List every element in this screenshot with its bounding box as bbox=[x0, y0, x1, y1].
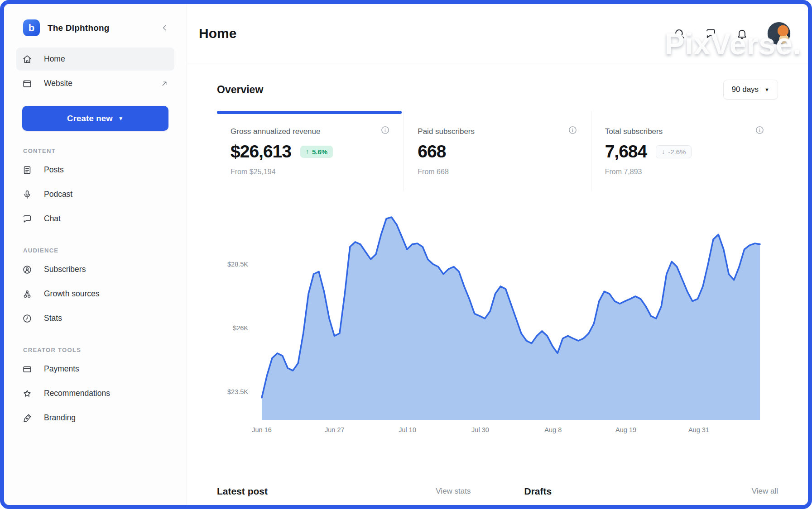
date-range-value: 90 days bbox=[732, 85, 759, 94]
main-content: PixVerse. Home Overview 90 days ▼ bbox=[187, 4, 808, 505]
sidebar-item-label: Payments bbox=[44, 364, 79, 374]
create-new-button[interactable]: Create new ▼ bbox=[22, 106, 168, 131]
header-icons bbox=[673, 22, 791, 45]
trend-badge-down: ↓ -2.6% bbox=[656, 145, 692, 158]
sidebar-item-chat[interactable]: Chat bbox=[16, 207, 174, 230]
info-icon[interactable] bbox=[568, 125, 577, 135]
info-icon[interactable] bbox=[380, 125, 390, 135]
y-axis-tick: $28.5K bbox=[227, 261, 248, 268]
x-axis-tick: Aug 19 bbox=[615, 426, 636, 433]
sidebar-item-website[interactable]: Website bbox=[16, 72, 174, 95]
sidebar-item-label: Chat bbox=[44, 214, 61, 224]
overview-title: Overview bbox=[217, 84, 263, 96]
stat-card-total-subscribers[interactable]: Total subscribers 7,684 ↓ -2.6% From 7,8… bbox=[591, 111, 778, 191]
trend-badge-value: -2.6% bbox=[668, 148, 686, 156]
sidebar-item-label: Podcast bbox=[44, 190, 72, 199]
sidebar-item-label: Posts bbox=[44, 165, 64, 175]
sidebar-item-branding[interactable]: Branding bbox=[16, 406, 174, 429]
pen-nib-icon bbox=[22, 413, 32, 423]
sidebar: b The Diphthong Home Website Create new … bbox=[4, 4, 187, 505]
external-link-icon bbox=[160, 80, 168, 88]
x-axis-tick: Aug 8 bbox=[544, 426, 562, 433]
stat-card-from: From $25,194 bbox=[231, 168, 390, 176]
sidebar-item-label: Home bbox=[44, 54, 65, 64]
stat-card-value: $26,613 bbox=[231, 142, 291, 162]
chart-canvas bbox=[262, 213, 760, 420]
notifications-bell-icon[interactable] bbox=[736, 28, 748, 40]
trend-badge-up: ↑ 5.6% bbox=[300, 146, 333, 158]
section-title-content: CONTENT bbox=[22, 147, 168, 154]
app-window: b The Diphthong Home Website Create new … bbox=[0, 0, 812, 509]
view-stats-link[interactable]: View stats bbox=[436, 487, 471, 496]
latest-post-header: Latest post View stats bbox=[217, 486, 471, 497]
messages-icon[interactable] bbox=[705, 28, 717, 40]
caret-down-icon: ▼ bbox=[118, 116, 124, 121]
x-axis-tick: Jun 16 bbox=[252, 426, 272, 433]
stat-card-gross-revenue[interactable]: Gross annualized revenue $26,613 ↑ 5.6% … bbox=[217, 111, 404, 191]
latest-post-title: Latest post bbox=[217, 486, 268, 497]
x-axis-tick: Aug 31 bbox=[688, 426, 709, 433]
sidebar-item-label: Stats bbox=[44, 314, 62, 323]
x-axis-tick: Jun 27 bbox=[325, 426, 345, 433]
sidebar-item-subscribers[interactable]: Subscribers bbox=[16, 258, 174, 281]
x-axis-tick: Jul 10 bbox=[399, 426, 416, 433]
sidebar-item-label: Recommendations bbox=[44, 389, 110, 398]
subscribers-icon bbox=[22, 265, 32, 275]
stat-card-paid-subscribers[interactable]: Paid subscribers 668 From 668 bbox=[404, 111, 591, 191]
growth-sources-icon bbox=[22, 289, 32, 299]
stats-clock-icon bbox=[22, 314, 32, 323]
drafts-title: Drafts bbox=[524, 486, 552, 497]
star-icon bbox=[22, 389, 32, 399]
caret-down-icon: ▼ bbox=[764, 87, 769, 92]
stat-card-title: Total subscribers bbox=[605, 124, 663, 136]
y-axis-tick: $26K bbox=[233, 324, 248, 332]
arrow-down-icon: ↓ bbox=[662, 148, 665, 155]
stat-card-from: From 7,893 bbox=[605, 168, 764, 176]
sidebar-item-label: Growth sources bbox=[44, 289, 100, 299]
stat-card-title: Paid subscribers bbox=[418, 124, 475, 136]
stat-card-title: Gross annualized revenue bbox=[231, 124, 320, 136]
sidebar-item-payments[interactable]: Payments bbox=[16, 357, 174, 381]
page-title: Home bbox=[199, 26, 236, 41]
stat-card-value: 668 bbox=[418, 142, 446, 162]
stat-card-from: From 668 bbox=[418, 168, 577, 176]
sidebar-item-stats[interactable]: Stats bbox=[16, 307, 174, 330]
stat-cards-row: Gross annualized revenue $26,613 ↑ 5.6% … bbox=[217, 111, 778, 191]
sidebar-item-home[interactable]: Home bbox=[16, 48, 174, 71]
posts-icon bbox=[22, 165, 32, 175]
drafts-header: Drafts View all bbox=[524, 486, 778, 497]
microphone-icon bbox=[22, 190, 32, 200]
sidebar-item-label: Website bbox=[44, 79, 72, 88]
sidebar-item-label: Branding bbox=[44, 413, 76, 423]
sidebar-item-recommendations[interactable]: Recommendations bbox=[16, 382, 174, 405]
info-icon[interactable] bbox=[755, 125, 764, 135]
section-title-creator-tools: CREATOR TOOLS bbox=[22, 347, 168, 353]
y-axis-tick: $23.5K bbox=[227, 388, 248, 395]
chart-area-fill bbox=[262, 217, 760, 420]
sidebar-item-label: Subscribers bbox=[44, 265, 86, 274]
revenue-area-chart: $28.5K $26K $23.5K Jun 16 Jun 27 Jul 10 … bbox=[262, 213, 760, 420]
user-avatar[interactable] bbox=[767, 22, 791, 45]
arrow-up-icon: ↑ bbox=[306, 148, 309, 155]
site-logo-icon: b bbox=[23, 19, 40, 36]
site-name: The Diphthong bbox=[48, 23, 153, 33]
x-axis-tick: Jul 30 bbox=[471, 426, 489, 433]
search-icon[interactable] bbox=[673, 28, 686, 40]
sidebar-item-posts[interactable]: Posts bbox=[16, 158, 174, 181]
trend-badge-value: 5.6% bbox=[312, 148, 327, 156]
overview-header: Overview 90 days ▼ bbox=[217, 80, 778, 100]
sidebar-item-podcast[interactable]: Podcast bbox=[16, 183, 174, 206]
stat-card-value: 7,684 bbox=[605, 142, 647, 162]
bottom-section: Latest post View stats Drafts View all bbox=[217, 486, 778, 497]
chat-bubble-icon bbox=[22, 214, 32, 224]
section-title-audience: AUDIENCE bbox=[22, 247, 168, 254]
date-range-dropdown[interactable]: 90 days ▼ bbox=[723, 80, 778, 100]
main-header: Home bbox=[187, 4, 808, 63]
sidebar-item-growth-sources[interactable]: Growth sources bbox=[16, 282, 174, 305]
credit-card-icon bbox=[22, 364, 32, 374]
view-all-link[interactable]: View all bbox=[752, 487, 778, 496]
browser-icon bbox=[22, 79, 32, 89]
collapse-sidebar-icon[interactable] bbox=[161, 24, 168, 32]
create-new-label: Create new bbox=[67, 114, 113, 124]
site-brand[interactable]: b The Diphthong bbox=[22, 18, 168, 46]
